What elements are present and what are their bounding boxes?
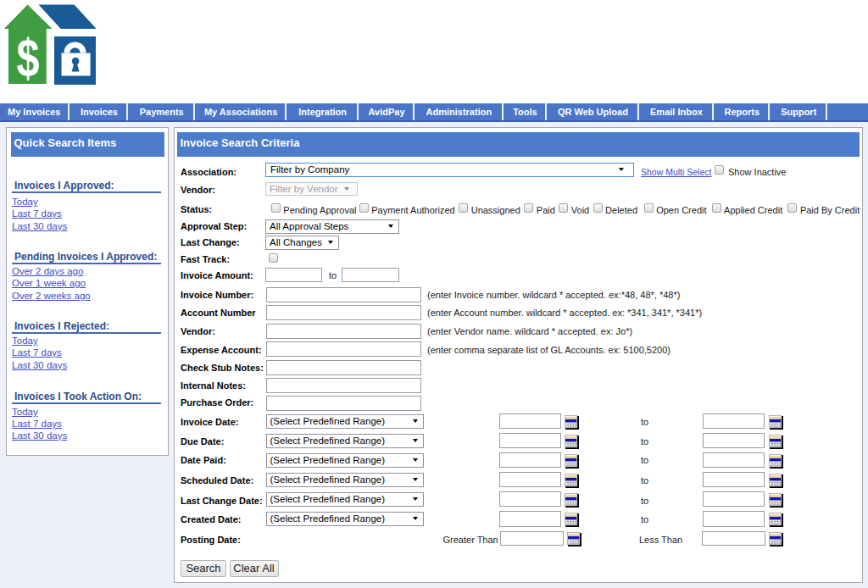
- svg-text:$: $: [17, 28, 40, 86]
